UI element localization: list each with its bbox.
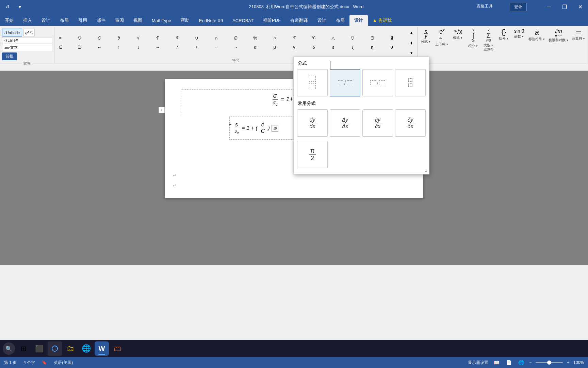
sym-scroll-up[interactable]: ▲	[407, 28, 416, 37]
sym-sqrt[interactable]: √	[134, 34, 143, 43]
sym-ni[interactable]: ∋	[75, 43, 84, 52]
fraction-delta-y-x[interactable]: Δy Δx	[330, 109, 360, 137]
popup-resize-handle[interactable]: ⊿	[424, 168, 428, 173]
taskbar-word[interactable]: W	[95, 341, 109, 356]
sym-plus[interactable]: +	[192, 43, 201, 52]
sym-C[interactable]: C	[95, 34, 104, 43]
tab-acrobat[interactable]: ACROBAT	[228, 15, 258, 26]
sym-scroll-mid[interactable]: ▮	[407, 37, 416, 48]
tab-sheji2[interactable]: 设计	[313, 15, 331, 26]
taskbar-start[interactable]: ⊞	[16, 341, 31, 356]
zoom-slider[interactable]	[536, 362, 563, 363]
taskbar-ppt[interactable]: 🗃	[110, 341, 125, 356]
login-button[interactable]: 登录	[510, 3, 527, 11]
fraction-pi-2[interactable]: π 2	[297, 141, 328, 168]
display-settings[interactable]: 显示器设置	[468, 360, 488, 366]
read-view[interactable]: 📖	[492, 358, 501, 367]
sym-union[interactable]: ∪	[192, 34, 201, 43]
quick-access-more[interactable]: ▾	[15, 2, 24, 12]
limit-tool[interactable]: lim n→∞ 极限和对数 ▼	[547, 27, 570, 63]
sym-not[interactable]: ¬	[231, 43, 240, 52]
sym-fourthrt[interactable]: ∜	[173, 34, 182, 43]
sym-empty[interactable]: ∅	[231, 34, 240, 43]
fraction-partial-y-x[interactable]: ∂y ∂x	[362, 109, 393, 137]
fraction-small-vertical[interactable]	[395, 69, 426, 96]
tab-youdao[interactable]: 有道翻译	[285, 15, 313, 26]
radical-tool[interactable]: ⁿ√x 根式 ▼	[450, 27, 466, 63]
tab-gaosowei[interactable]: ▲ 告诉我	[368, 15, 396, 26]
taskbar-edge[interactable]: 🌐	[79, 341, 93, 356]
equation-edit-box[interactable]: ▼ s s0 = 1 + ( ė C ) ⊞	[229, 117, 304, 140]
sym-theta[interactable]: θ	[387, 43, 396, 52]
sym-therefore[interactable]: ∴	[173, 43, 182, 52]
tab-shitu[interactable]: 视图	[129, 15, 147, 26]
sym-circle[interactable]: ○	[270, 34, 279, 43]
tab-yinyong[interactable]: 引用	[74, 15, 92, 26]
sym-nabla[interactable]: ▽	[75, 34, 84, 43]
text-button[interactable]: abc 文本	[2, 44, 52, 51]
minimize-button[interactable]: ─	[541, 0, 557, 14]
fraction-slash-simple[interactable]: /	[362, 69, 393, 96]
restore-button[interactable]: ❐	[557, 0, 572, 14]
sym-nabla2[interactable]: ▽	[348, 34, 357, 43]
fraction-dy-dx[interactable]: dy dx	[297, 109, 328, 137]
fraction-delta-small-y-x[interactable]: δy δx	[395, 109, 426, 137]
web-view[interactable]: 🌐	[517, 358, 525, 367]
large-op-tool[interactable]: x Σ i=0 大型 ▼ 运算符	[481, 27, 496, 63]
sym-beta[interactable]: β	[270, 43, 279, 52]
sym-intersect[interactable]: ∩	[212, 34, 220, 43]
sym-uparrow[interactable]: ↑	[114, 43, 123, 52]
sym-equals[interactable]: =	[56, 34, 65, 43]
sym-degC[interactable]: °C	[309, 34, 318, 43]
sym-gamma[interactable]: γ	[290, 43, 299, 52]
tab-charu[interactable]: 插入	[18, 15, 37, 26]
sym-alpha[interactable]: α	[251, 43, 260, 52]
sym-exists[interactable]: ∃	[368, 34, 377, 43]
sym-epsilon[interactable]: ε	[329, 43, 338, 52]
sym-triangle[interactable]: △	[329, 34, 338, 43]
sup-sub-tool[interactable]: ex xx 上下标 ▼	[434, 27, 450, 63]
add-row-handle[interactable]: +	[159, 107, 165, 113]
fraction-slash-inline[interactable]: /	[330, 69, 360, 96]
fraction-vertical[interactable]	[297, 69, 328, 96]
sym-leftarrow[interactable]: ←	[95, 43, 104, 52]
zoom-out[interactable]: −	[529, 360, 532, 365]
taskbar-task-view[interactable]: ⬛	[32, 341, 46, 356]
close-button[interactable]: ✕	[572, 0, 588, 14]
sym-zeta[interactable]: ζ	[348, 43, 357, 52]
tab-bangzhu[interactable]: 帮助	[176, 15, 194, 26]
sym-cbrt[interactable]: ∛	[153, 34, 162, 43]
tab-sheji-active[interactable]: 设计	[349, 15, 368, 26]
quick-access-undo[interactable]: ↺	[3, 2, 12, 12]
tab-endnote[interactable]: EndNote X9	[194, 15, 228, 26]
zoom-in[interactable]: +	[567, 360, 569, 365]
sym-minus[interactable]: −	[212, 43, 220, 52]
tab-buju1[interactable]: 布局	[55, 15, 74, 26]
latex-button[interactable]: {} LaTeX	[2, 37, 52, 43]
convert-button[interactable]: 转换	[2, 52, 17, 60]
unicode-button[interactable]: / Unicode	[2, 29, 22, 36]
sym-eta[interactable]: η	[368, 43, 377, 52]
tab-shenyue[interactable]: 审阅	[110, 15, 129, 26]
sym-downarrow[interactable]: ↓	[134, 43, 143, 52]
sym-delta[interactable]: δ	[309, 43, 318, 52]
taskbar-refresh[interactable]	[48, 341, 62, 356]
accent-tool[interactable]: ä 标注符号 ▼	[527, 27, 547, 63]
taskbar-files[interactable]: 🗂	[63, 341, 78, 356]
tab-foxitpdf[interactable]: 福昕PDF	[258, 15, 285, 26]
tab-sheji1[interactable]: 设计	[37, 15, 55, 26]
tab-youjian[interactable]: 邮件	[92, 15, 110, 26]
sym-percent[interactable]: %	[251, 34, 260, 43]
sym-leftrightarrow[interactable]: ↔	[153, 43, 162, 52]
tab-kaishi[interactable]: 开始	[0, 15, 18, 26]
tab-mathtype[interactable]: MathType	[147, 15, 176, 26]
bracket-tool[interactable]: {} 括号 ▼	[496, 27, 511, 63]
sym-notexists[interactable]: ∄	[387, 34, 396, 43]
sym-scroll-down[interactable]: ▼	[407, 48, 416, 57]
integral-tool[interactable]: x ∫ -x 积分 ▼	[466, 27, 481, 63]
print-view[interactable]: 📄	[505, 358, 513, 367]
formula-icon[interactable]: ex xx	[23, 29, 35, 36]
taskbar-search[interactable]: 🔍	[3, 342, 15, 355]
tab-buju2[interactable]: 布局	[331, 15, 349, 26]
sym-partial[interactable]: ∂	[114, 34, 123, 43]
